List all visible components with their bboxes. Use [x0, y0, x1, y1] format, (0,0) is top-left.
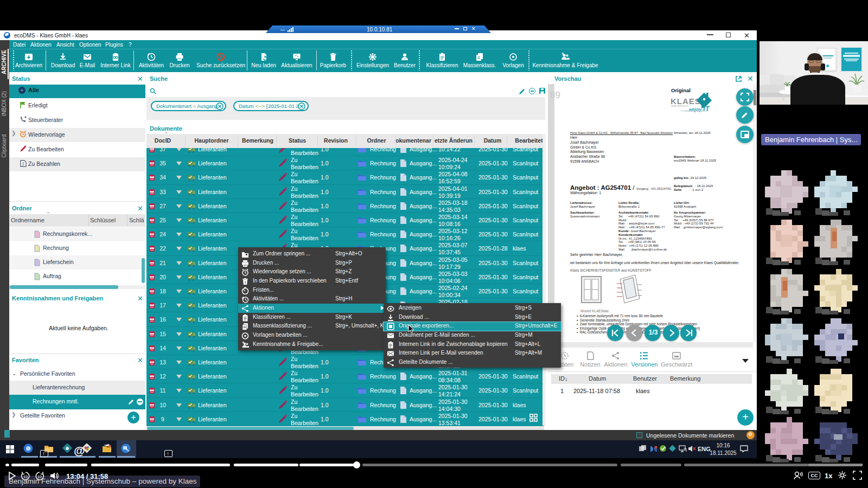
- svg-text:10: 10: [23, 475, 28, 479]
- svg-text:+: +: [404, 57, 406, 60]
- svg-text:10: 10: [37, 475, 42, 479]
